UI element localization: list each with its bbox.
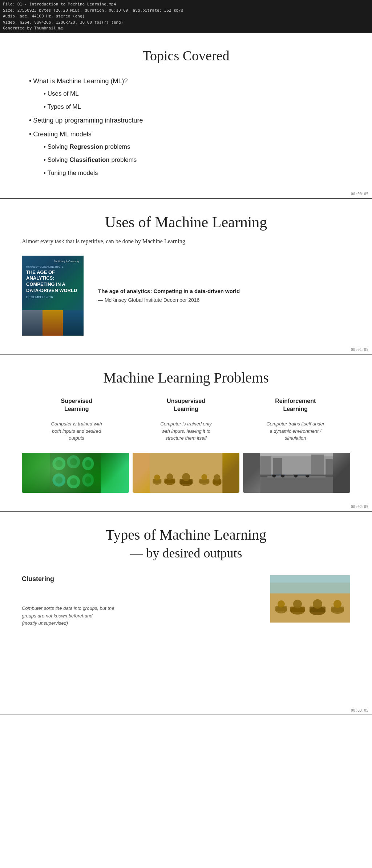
book-img-2 [43, 310, 63, 336]
svg-point-1 [52, 457, 65, 470]
svg-point-22 [182, 473, 190, 481]
cluster-title: Clustering [22, 575, 256, 583]
book-img-1 [22, 310, 43, 336]
file-info-line5: Generated by Thumbnail.me [3, 25, 369, 32]
svg-rect-0 [50, 453, 101, 493]
slide1-sublist-models: Solving Regression problems Solving Clas… [29, 141, 350, 179]
svg-point-11 [70, 478, 77, 485]
book-cover: McKinsey & Company McKINSEY GLOBAL INSTI… [22, 256, 84, 336]
list-item-ml: What is Machine Learning (ML)? Uses of M… [29, 75, 350, 113]
unsupervised-desc: Computer is trained onlywith inputs, lea… [138, 420, 233, 442]
book-images [22, 310, 84, 336]
svg-point-6 [82, 473, 94, 487]
slide4-timestamp: 00:03:05 [351, 708, 368, 712]
clustering-section: Clustering Computer sorts the data into … [22, 575, 350, 627]
svg-point-3 [82, 457, 94, 470]
ml-col-unsupervised: UnsupervisedLearning Computer is trained… [131, 397, 240, 442]
mgi-label: McKINSEY GLOBAL INSTITUTE [26, 265, 79, 268]
svg-point-10 [55, 476, 62, 484]
slide4-title: Types of Machine Learning [22, 526, 350, 543]
svg-point-9 [85, 460, 91, 467]
ml-image-traffic [243, 453, 350, 493]
ml-images-row [22, 453, 350, 493]
svg-rect-46 [326, 459, 333, 475]
slide-topics-covered: Topics Covered What is Machine Learning … [0, 33, 372, 199]
slide3-title: Machine Learning Problems [22, 369, 350, 386]
svg-point-7 [55, 460, 62, 467]
svg-point-5 [67, 475, 80, 488]
svg-point-53 [293, 600, 302, 608]
svg-point-28 [214, 474, 220, 481]
list-item-infra: Setting up programming infrastructure [29, 114, 350, 127]
list-item-classification: Solving Classification problems [44, 154, 350, 166]
svg-point-16 [154, 475, 160, 480]
bold-regression: Regression [69, 143, 103, 150]
caption-title: The age of analytics: Competing in a dat… [98, 288, 350, 294]
svg-rect-43 [260, 456, 271, 475]
slide2-subtitle: Almost every task that is repetitive, ca… [22, 238, 350, 245]
slide4-subtitle: — by desired outputs [22, 545, 350, 561]
ml-image-animals [133, 453, 240, 493]
supervised-title: SupervisedLearning [29, 397, 124, 413]
file-info-line2: Size: 27558923 bytes (26.28 MiB), durati… [3, 8, 369, 14]
svg-point-50 [278, 600, 285, 608]
slide-uses-of-ml: Uses of Machine Learning Almost every ta… [0, 199, 372, 355]
slide3-timestamp: 00:02:05 [351, 505, 368, 509]
bold-classification: Classification [69, 156, 110, 163]
file-info-line1: File: 01 - Introduction to Machine Learn… [3, 1, 369, 8]
book-caption: The age of analytics: Competing in a dat… [98, 288, 350, 303]
list-item-uses: Uses of ML [44, 88, 350, 100]
ml-col-supervised: SupervisedLearning Computer is trained w… [22, 397, 131, 442]
svg-rect-44 [273, 458, 282, 475]
slide2-title: Uses of Machine Learning [22, 213, 350, 231]
slide2-content-row: McKinsey & Company McKINSEY GLOBAL INSTI… [22, 256, 350, 336]
slide-types-of-ml: Types of Machine Learning — by desired o… [0, 512, 372, 715]
slide1-timestamp: 00:00:05 [351, 192, 368, 196]
list-item-regression: Solving Regression problems [44, 141, 350, 153]
reinforcement-desc: Computer trains itself undera dynamic en… [248, 420, 343, 442]
ml-problems-grid: SupervisedLearning Computer is trained w… [22, 397, 350, 442]
file-info-bar: File: 01 - Introduction to Machine Learn… [0, 0, 372, 33]
file-info-line3: Audio: aac, 44100 Hz, stereo (eng) [3, 13, 369, 20]
book-img-3 [63, 310, 84, 336]
svg-point-4 [52, 473, 65, 487]
svg-rect-13 [150, 453, 222, 493]
slide1-sublist-ml: Uses of ML Types of ML [29, 88, 350, 113]
ml-image-brains [22, 453, 129, 493]
clustering-image [270, 575, 350, 623]
file-info-line4: Video: h264, yuv420p, 1280x720, 30.00 fp… [3, 20, 369, 26]
clustering-left: Clustering Computer sorts the data into … [22, 575, 256, 627]
supervised-desc: Computer is trained withboth inputs and … [29, 420, 124, 442]
slide-ml-problems: Machine Learning Problems SupervisedLear… [0, 355, 372, 512]
ml-col-reinforcement: ReinforcementLearning Computer trains it… [241, 397, 350, 442]
svg-point-2 [67, 455, 80, 468]
mckinsey-logo: McKinsey & Company [26, 260, 79, 263]
list-item-types: Types of ML [44, 101, 350, 113]
caption-source: — McKinsey Global Institute December 201… [98, 297, 350, 303]
unsupervised-title: UnsupervisedLearning [138, 397, 233, 413]
slide1-list: What is Machine Learning (ML)? Uses of M… [22, 75, 350, 179]
book-title: THE AGE OF ANALYTICS: COMPETING IN A DAT… [26, 269, 79, 294]
cluster-desc: Computer sorts the data into groups, but… [22, 605, 256, 627]
reinforcement-title: ReinforcementLearning [248, 397, 343, 413]
slide2-timestamp: 00:01:05 [351, 348, 368, 352]
slide1-title: Topics Covered [22, 48, 350, 64]
svg-rect-61 [270, 575, 350, 583]
svg-point-25 [201, 474, 207, 480]
svg-rect-45 [311, 455, 324, 475]
book-date: DECEMBER 2016 [26, 295, 79, 300]
svg-point-56 [313, 599, 322, 609]
list-item-tuning: Tuning the models [44, 167, 350, 179]
svg-point-19 [166, 473, 173, 480]
list-item-models: Creating ML models Solving Regression pr… [29, 128, 350, 179]
svg-point-12 [85, 476, 91, 484]
svg-point-59 [333, 600, 341, 608]
svg-point-8 [70, 458, 77, 465]
